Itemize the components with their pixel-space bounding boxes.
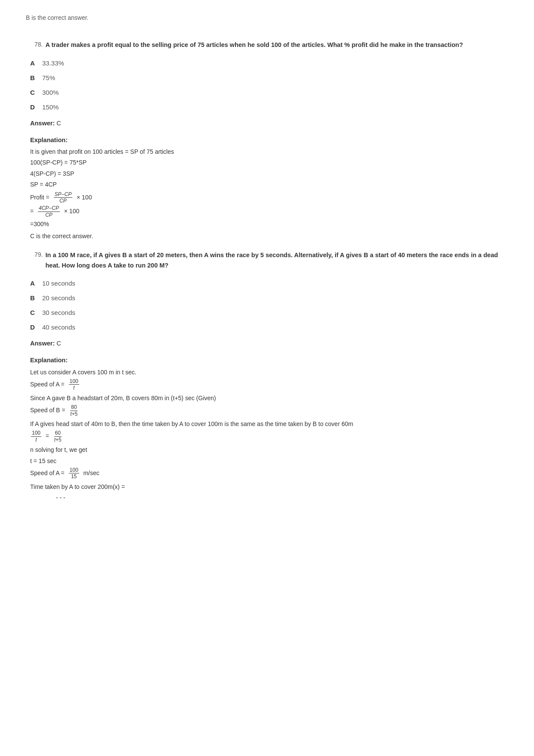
exp-78-line2: 100(SP-CP) = 75*SP: [30, 158, 508, 167]
exp-79-line1: Let us consider A covers 100 m in t sec.: [30, 367, 508, 377]
option-78-a: A 33.33%: [30, 58, 508, 68]
option-78-b-value: 75%: [42, 73, 55, 83]
eq-left-num: 100: [31, 430, 41, 436]
exp-79-speed-b: Speed of B = 80 t+5: [30, 404, 508, 417]
option-78-d-value: 150%: [42, 102, 59, 112]
option-79-a-value: 10 seconds: [42, 278, 75, 289]
option-78-b-letter: B: [30, 73, 42, 83]
speed-a-fraction: 100 t: [69, 378, 79, 391]
speed-a-frac-den: t: [72, 385, 75, 391]
speed-a2-frac-den: 15: [70, 473, 78, 479]
exp-78-result: =300%: [30, 219, 508, 229]
option-79-d-letter: D: [30, 322, 42, 333]
exp-79-line4: n solving for t, we get: [30, 445, 508, 454]
option-78-c-letter: C: [30, 87, 42, 98]
question-79-text: In a 100 M race, if A gives B a start of…: [45, 252, 498, 269]
question-79-number: 79.: [34, 250, 43, 259]
option-79-d: D 40 seconds: [30, 322, 508, 333]
option-78-b: B 75%: [30, 73, 508, 83]
answer-79-value: C: [56, 340, 61, 347]
speed-b-frac-num: 80: [70, 404, 78, 411]
exp-78-line4: SP = 4CP: [30, 180, 508, 189]
option-79-c: C 30 seconds: [30, 308, 508, 318]
answer-79: Answer: C: [30, 339, 508, 348]
explanation-78-title: Explanation:: [30, 135, 508, 145]
correct-answer-pre-q78: B is the correct answer.: [26, 13, 508, 22]
option-78-c-value: 300%: [42, 87, 59, 98]
question-79-header: 79. In a 100 M race, if A gives B a star…: [26, 250, 508, 271]
option-79-b-letter: B: [30, 293, 42, 303]
option-79-b: B 20 seconds: [30, 293, 508, 303]
option-78-c: C 300%: [30, 87, 508, 98]
question-79: 79. In a 100 M race, if A gives B a star…: [26, 250, 508, 503]
profit-fraction-1: SP−CP CP: [54, 191, 73, 204]
eq-right-fraction: 60 t+5: [53, 430, 62, 443]
exp-79-t-value: t = 15 sec: [30, 456, 508, 466]
profit-frac2-den: CP: [44, 212, 53, 218]
eq-left-den: t: [34, 437, 37, 443]
speed-a2-fraction: 100 15: [69, 467, 79, 480]
explanation-78: Explanation: It is given that profit on …: [30, 135, 508, 241]
speed-b-frac-den: t+5: [69, 411, 78, 417]
exp-78-correct: C is the correct answer.: [30, 231, 508, 241]
question-78-options: A 33.33% B 75% C 300% D 150%: [30, 58, 508, 112]
explanation-79: Explanation: Let us consider A covers 10…: [30, 355, 508, 502]
answer-78-value: C: [56, 120, 61, 127]
question-78-number: 78.: [34, 40, 43, 49]
answer-78-label: Answer:: [30, 120, 55, 127]
question-78-header: 78. A trader makes a profit equal to the…: [26, 40, 508, 50]
speed-b-fraction: 80 t+5: [69, 404, 78, 417]
option-78-a-letter: A: [30, 58, 42, 68]
exp-79-speed-a: Speed of A = 100 t: [30, 378, 508, 391]
speed-a-frac-num: 100: [69, 378, 79, 385]
question-78: 78. A trader makes a profit equal to the…: [26, 40, 508, 241]
option-79-b-value: 20 seconds: [42, 293, 75, 303]
exp-79-equation: 100 t = 60 t+5: [30, 430, 508, 443]
exp-78-profit1: Profit = SP−CP CP × 100: [30, 191, 508, 204]
option-78-a-value: 33.33%: [42, 58, 64, 68]
speed-a2-frac-num: 100: [69, 467, 79, 473]
profit-frac2-num: 4CP−CP: [38, 205, 60, 212]
exp-78-line3: 4(SP-CP) = 3SP: [30, 169, 508, 178]
profit-fraction-2: 4CP−CP CP: [38, 205, 60, 218]
exp-78-line1: It is given that profit on 100 articles …: [30, 147, 508, 156]
question-78-text: A trader makes a profit equal to the sel…: [45, 41, 463, 48]
option-79-d-value: 40 seconds: [42, 322, 75, 333]
eq-right-num: 60: [54, 430, 62, 436]
eq-right-den: t+5: [53, 437, 62, 443]
profit-frac-num: SP−CP: [54, 191, 73, 198]
explanation-79-title: Explanation:: [30, 355, 508, 365]
option-79-a-letter: A: [30, 278, 42, 289]
exp-78-profit2: = 4CP−CP CP × 100: [30, 205, 508, 218]
option-79-a: A 10 seconds: [30, 278, 508, 289]
answer-78: Answer: C: [30, 118, 508, 128]
question-79-options: A 10 seconds B 20 seconds C 30 seconds D…: [30, 278, 508, 333]
exp-79-line6: - - -: [56, 493, 508, 502]
exp-79-line2: Since A gave B a headstart of 20m, B cov…: [30, 393, 508, 403]
option-78-d: D 150%: [30, 102, 508, 112]
exp-79-line5: Time taken by A to cover 200m(x) =: [30, 482, 508, 492]
answer-79-label: Answer:: [30, 340, 55, 347]
profit-frac-den: CP: [59, 198, 68, 204]
option-79-c-value: 30 seconds: [42, 308, 75, 318]
option-79-c-letter: C: [30, 308, 42, 318]
exp-79-speed-a2: Speed of A = 100 15 m/sec: [30, 467, 508, 480]
option-78-d-letter: D: [30, 102, 42, 112]
eq-left-fraction: 100 t: [31, 430, 41, 443]
exp-79-line3: If A gives head start of 40m to B, then …: [30, 419, 508, 429]
